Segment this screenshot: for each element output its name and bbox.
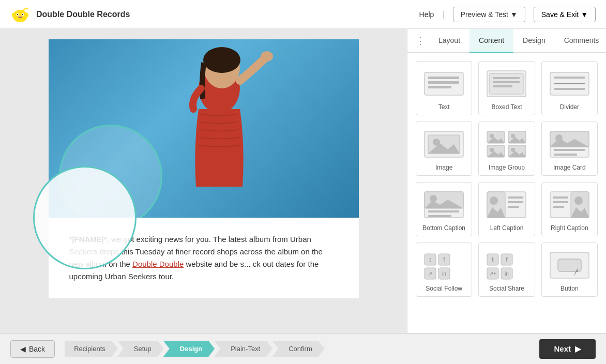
svg-text:↗: ↗ xyxy=(428,271,432,277)
svg-rect-53 xyxy=(428,210,459,213)
save-label: Save & Exit xyxy=(541,10,579,19)
panel-content: Text Boxed Text xyxy=(407,53,606,333)
svg-point-4 xyxy=(17,13,18,14)
chevron-down-icon: ▼ xyxy=(510,10,518,19)
svg-rect-60 xyxy=(508,201,523,203)
left-caption-icon xyxy=(483,188,530,221)
app-title: Double Double Records xyxy=(36,10,130,19)
content-item-right-caption[interactable]: Right Caption xyxy=(541,182,598,236)
svg-point-13 xyxy=(261,51,273,62)
email-text-block: *|FNAME|*, we got exciting news for you.… xyxy=(49,218,359,298)
double-double-link[interactable]: Double Double xyxy=(132,260,184,268)
step-recipients[interactable]: Recipients xyxy=(65,341,118,357)
tab-content[interactable]: Content xyxy=(469,29,513,53)
email-image-block xyxy=(49,39,359,218)
step-design[interactable]: Design xyxy=(163,341,215,357)
content-item-social-share[interactable]: t f ↗+ in Social Share xyxy=(478,242,535,297)
tab-layout[interactable]: Layout xyxy=(429,29,469,53)
footer-left: ◀ Back Recipients Setup Design Plain-Tex… xyxy=(10,340,325,358)
back-button[interactable]: ◀ Back xyxy=(10,340,55,358)
content-item-image[interactable]: Image xyxy=(416,122,472,176)
chevron-down-icon: ▼ xyxy=(581,10,588,19)
content-item-text[interactable]: Text xyxy=(416,61,472,115)
content-item-boxed-text[interactable]: Boxed Text xyxy=(478,61,535,115)
image-group-item-label: Image Group xyxy=(489,164,525,171)
social-share-item-label: Social Share xyxy=(489,285,524,292)
tab-comments[interactable]: Comments xyxy=(555,29,606,53)
bottom-caption-item-label: Bottom Caption xyxy=(422,224,465,232)
svg-rect-68 xyxy=(553,206,564,208)
step-setup[interactable]: Setup xyxy=(117,341,164,357)
svg-point-1 xyxy=(14,11,26,20)
step-confirm[interactable]: Confirm xyxy=(272,341,325,357)
image-icon xyxy=(421,127,467,161)
next-button[interactable]: Next ▶ xyxy=(539,339,596,359)
svg-point-64 xyxy=(574,196,583,205)
right-panel: ⋮ Layout Content Design Comments xyxy=(407,29,606,333)
svg-point-12 xyxy=(203,47,240,73)
svg-rect-16 xyxy=(428,81,459,84)
header: Double Double Records Help | Preview & T… xyxy=(0,0,606,29)
svg-rect-21 xyxy=(493,81,520,83)
content-item-social-follow[interactable]: t f ↗ in Social Follow xyxy=(416,242,472,297)
help-button[interactable]: Help xyxy=(419,10,434,19)
boxed-text-icon xyxy=(483,67,530,100)
svg-rect-22 xyxy=(493,85,512,87)
svg-text:↗+: ↗+ xyxy=(490,271,497,277)
svg-point-51 xyxy=(430,195,437,202)
social-share-icon: t f ↗+ in xyxy=(483,248,530,282)
svg-point-5 xyxy=(22,13,23,14)
svg-point-38 xyxy=(490,148,494,152)
back-label: Back xyxy=(29,345,45,353)
image-card-item-label: Image Card xyxy=(553,164,586,171)
right-caption-item-label: Right Caption xyxy=(551,224,588,232)
svg-rect-17 xyxy=(428,86,451,88)
right-caption-icon xyxy=(546,188,593,221)
image-item-label: Image xyxy=(435,164,452,171)
content-item-button[interactable]: Button xyxy=(541,242,598,297)
svg-point-41 xyxy=(511,148,515,152)
step-plain-text[interactable]: Plain-Text xyxy=(214,341,272,357)
social-follow-item-label: Social Follow xyxy=(426,285,462,292)
svg-rect-47 xyxy=(554,149,585,151)
social-follow-icon: t f ↗ in xyxy=(421,248,467,282)
canvas-area: *|FNAME|*, we got exciting news for you.… xyxy=(0,29,407,333)
preview-test-button[interactable]: Preview & Test ▼ xyxy=(453,7,525,22)
svg-rect-61 xyxy=(508,206,519,208)
svg-rect-59 xyxy=(508,196,523,199)
svg-point-9 xyxy=(26,7,28,9)
header-right: Help | Preview & Test ▼ Save & Exit ▼ xyxy=(419,7,596,22)
svg-text:in: in xyxy=(505,271,509,277)
content-item-left-caption[interactable]: Left Caption xyxy=(478,182,535,236)
steps-nav: Recipients Setup Design Plain-Text Confi… xyxy=(65,341,325,357)
content-item-bottom-caption[interactable]: Bottom Caption xyxy=(416,182,472,236)
svg-rect-66 xyxy=(553,196,568,199)
person-illustration xyxy=(142,42,297,218)
svg-rect-24 xyxy=(554,77,585,79)
image-group-icon xyxy=(483,127,530,161)
svg-rect-67 xyxy=(553,201,568,203)
chevron-left-icon: ◀ xyxy=(20,345,26,353)
content-item-divider[interactable]: Divider xyxy=(541,61,598,115)
header-divider: | xyxy=(442,10,444,19)
chevron-right-icon: ▶ xyxy=(575,344,581,354)
panel-tabs: ⋮ Layout Content Design Comments xyxy=(407,29,606,53)
boxed-text-item-label: Boxed Text xyxy=(491,103,522,111)
bottom-caption-icon xyxy=(421,188,467,221)
content-item-image-card[interactable]: Image Card xyxy=(541,122,598,176)
content-grid: Text Boxed Text xyxy=(416,61,598,297)
svg-point-7 xyxy=(12,13,15,17)
svg-rect-54 xyxy=(428,215,451,217)
svg-rect-26 xyxy=(554,88,585,90)
svg-rect-15 xyxy=(428,77,459,79)
content-item-image-group[interactable]: Image Group xyxy=(478,122,535,176)
tab-design[interactable]: Design xyxy=(513,29,555,53)
left-caption-item-label: Left Caption xyxy=(490,224,524,232)
save-exit-button[interactable]: Save & Exit ▼ xyxy=(534,7,596,22)
panel-dots[interactable]: ⋮ xyxy=(412,29,429,52)
svg-rect-48 xyxy=(554,154,577,156)
svg-rect-19 xyxy=(490,73,523,94)
text-item-label: Text xyxy=(438,103,450,111)
svg-point-8 xyxy=(25,13,28,17)
svg-point-57 xyxy=(490,196,498,205)
